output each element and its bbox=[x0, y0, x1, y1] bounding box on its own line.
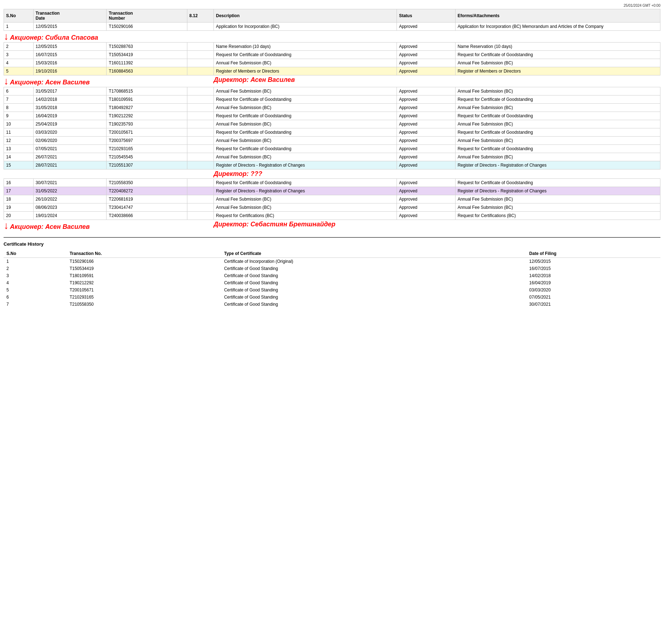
cell-pg bbox=[187, 145, 213, 153]
cell-txn: T220681619 bbox=[107, 195, 187, 203]
table-row: 13 07/05/2021 T210293165 Request for Cer… bbox=[4, 145, 660, 153]
cert-cell-txn: T210558350 bbox=[67, 301, 221, 308]
cell-pg bbox=[187, 23, 213, 31]
cell-sno: 20 bbox=[4, 212, 34, 220]
table-row: 11 03/03/2020 T200105671 Request for Cer… bbox=[4, 128, 660, 137]
cell-status: Approved bbox=[397, 137, 455, 145]
cert-row: 6 T210293165 Certificate of Good Standin… bbox=[4, 294, 660, 301]
cell-eforms: Register of Members or Directors bbox=[455, 67, 660, 75]
cell-sno: 8 bbox=[4, 104, 34, 112]
cell-txn: T160111392 bbox=[107, 59, 187, 67]
cell-eforms: Annual Fee Submission (BC) bbox=[455, 203, 660, 212]
cell-pg bbox=[187, 87, 213, 95]
cell-sno: 3 bbox=[4, 51, 34, 59]
cert-cell-sno: 4 bbox=[4, 279, 67, 286]
cell-pg bbox=[187, 203, 213, 212]
cell-pg bbox=[187, 179, 213, 187]
cell-description: Register of Directors - Registration of … bbox=[214, 187, 397, 195]
header-eforms: Eforms/Attachments bbox=[455, 9, 660, 23]
cell-txn: T230414747 bbox=[107, 203, 187, 212]
table-row: 10 25/04/2019 T190235793 Annual Fee Subm… bbox=[4, 120, 660, 128]
cell-status: Approved bbox=[397, 195, 455, 203]
cell-pg bbox=[187, 120, 213, 128]
cell-status: Approved bbox=[397, 43, 455, 51]
transaction-table: S.No TransactionDate TransactionNumber 8… bbox=[4, 9, 660, 231]
cell-txn: T150534419 bbox=[107, 51, 187, 59]
cell-status: Approved bbox=[397, 203, 455, 212]
cert-cell-type: Certificate of Good Standing bbox=[221, 286, 526, 294]
cell-txn: T210293165 bbox=[107, 145, 187, 153]
cell-status: Approved bbox=[397, 51, 455, 59]
cell-pg bbox=[187, 161, 213, 169]
annotation-row: ↓ Акционер: Сибила Спасова bbox=[4, 31, 660, 43]
timestamp-header: 25/01/2024 GMT +0:00 bbox=[4, 4, 660, 8]
cell-description: Request for Certifications (BC) bbox=[214, 212, 397, 220]
cell-status: Approved bbox=[397, 112, 455, 120]
cert-cell-sno: 2 bbox=[4, 265, 67, 272]
table-row: 16 30/07/2021 T210558350 Request for Cer… bbox=[4, 179, 660, 187]
page-container: 25/01/2024 GMT +0:00 S.No TransactionDat… bbox=[4, 4, 660, 308]
cell-eforms: Request for Certificate of Goodstanding bbox=[455, 112, 660, 120]
cell-description: Request for Certificate of Goodstanding bbox=[214, 145, 397, 153]
cell-description: Annual Fee Submission (BC) bbox=[214, 137, 397, 145]
cell-description: Annual Fee Submission (BC) bbox=[214, 203, 397, 212]
cert-cell-sno: 1 bbox=[4, 258, 67, 265]
cell-date: 31/05/2018 bbox=[33, 104, 107, 112]
annotation-row: ↓ Акционер: Асен Василев Директор: Себас… bbox=[4, 220, 660, 232]
cell-eforms: Request for Certificate of Goodstanding bbox=[455, 95, 660, 104]
cert-cell-sno: 5 bbox=[4, 286, 67, 294]
cert-cell-type: Certificate of Incorporation (Original) bbox=[221, 258, 526, 265]
cell-pg bbox=[187, 153, 213, 161]
cert-cell-date: 14/02/2018 bbox=[526, 272, 660, 279]
cert-row: 3 T180109591 Certificate of Good Standin… bbox=[4, 272, 660, 279]
table-row: 2 12/05/2015 T150288763 Name Reservation… bbox=[4, 43, 660, 51]
annotation-left: Акционер: Сибила Спасова bbox=[10, 34, 98, 41]
cell-txn: T170868515 bbox=[107, 87, 187, 95]
cell-description: Name Reservation (10 days) bbox=[214, 43, 397, 51]
cert-cell-type: Certificate of Good Standing bbox=[221, 294, 526, 301]
cell-date: 25/04/2019 bbox=[33, 120, 107, 128]
cell-pg bbox=[187, 128, 213, 137]
cell-eforms: Request for Certificate of Goodstanding bbox=[455, 179, 660, 187]
cell-date: 30/07/2021 bbox=[33, 179, 107, 187]
annotation-right: Директор: ??? bbox=[214, 170, 262, 177]
cell-txn: T200375697 bbox=[107, 137, 187, 145]
cert-cell-date: 03/03/2020 bbox=[526, 286, 660, 294]
cell-sno: 15 bbox=[4, 161, 34, 169]
cell-date: 16/07/2015 bbox=[33, 51, 107, 59]
cell-date: 31/05/2017 bbox=[33, 87, 107, 95]
cell-sno: 9 bbox=[4, 112, 34, 120]
cell-status: Approved bbox=[397, 59, 455, 67]
cell-sno: 14 bbox=[4, 153, 34, 161]
cert-row: 1 T150290166 Certificate of Incorporatio… bbox=[4, 258, 660, 265]
cell-sno: 10 bbox=[4, 120, 34, 128]
annotation-right: Директор: Асен Василев bbox=[214, 76, 295, 83]
cell-pg bbox=[187, 95, 213, 104]
table-row: 12 02/06/2020 T200375697 Annual Fee Subm… bbox=[4, 137, 660, 145]
cell-date: 03/03/2020 bbox=[33, 128, 107, 137]
cell-eforms: Request for Certificate of Goodstanding bbox=[455, 145, 660, 153]
cell-sno: 7 bbox=[4, 95, 34, 104]
cert-cell-type: Certificate of Good Standing bbox=[221, 265, 526, 272]
cell-txn: T190235793 bbox=[107, 120, 187, 128]
cert-cell-date: 12/05/2015 bbox=[526, 258, 660, 265]
cell-status: Approved bbox=[397, 87, 455, 95]
cell-status: Approved bbox=[397, 161, 455, 169]
cell-pg bbox=[187, 195, 213, 203]
cell-status: Approved bbox=[397, 120, 455, 128]
cell-date: 16/04/2019 bbox=[33, 112, 107, 120]
cert-cell-sno: 3 bbox=[4, 272, 67, 279]
table-header-row: S.No TransactionDate TransactionNumber 8… bbox=[4, 9, 660, 23]
cert-cell-type: Certificate of Good Standing bbox=[221, 301, 526, 308]
cell-sno: 19 bbox=[4, 203, 34, 212]
cell-eforms: Register of Directors - Registration of … bbox=[455, 161, 660, 169]
cell-date: 26/10/2022 bbox=[33, 195, 107, 203]
cert-cell-txn: T150534419 bbox=[67, 265, 221, 272]
cell-date: 02/06/2020 bbox=[33, 137, 107, 145]
cell-pg bbox=[187, 67, 213, 75]
cell-pg bbox=[187, 212, 213, 220]
cell-date: 31/05/2022 bbox=[33, 187, 107, 195]
cell-description: Annual Fee Submission (BC) bbox=[214, 87, 397, 95]
cert-cell-type: Certificate of Good Standing bbox=[221, 279, 526, 286]
cell-date: 14/02/2018 bbox=[33, 95, 107, 104]
